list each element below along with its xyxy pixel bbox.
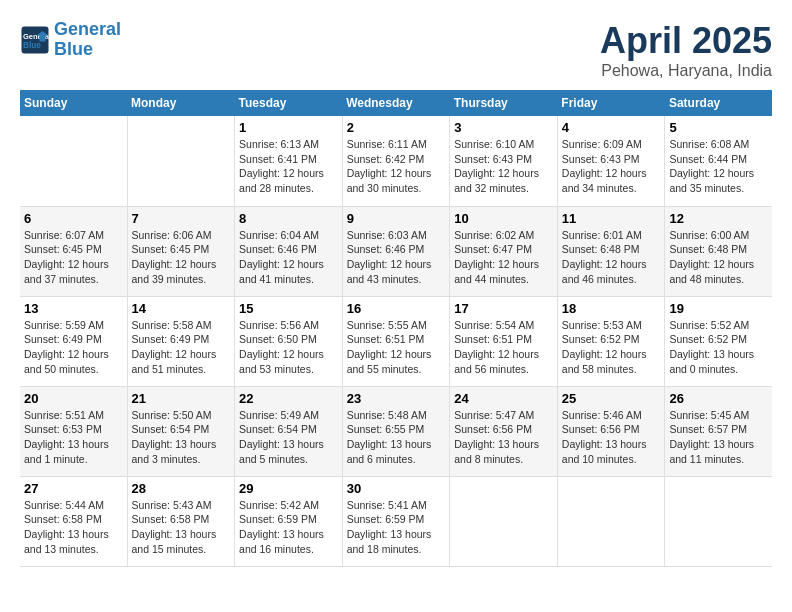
calendar-cell: 2Sunrise: 6:11 AM Sunset: 6:42 PM Daylig…: [342, 116, 450, 206]
weekday-header-wednesday: Wednesday: [342, 90, 450, 116]
calendar-cell: 10Sunrise: 6:02 AM Sunset: 6:47 PM Dayli…: [450, 206, 558, 296]
day-number: 2: [347, 120, 446, 135]
weekday-header-row: SundayMondayTuesdayWednesdayThursdayFrid…: [20, 90, 772, 116]
day-info: Sunrise: 5:50 AM Sunset: 6:54 PM Dayligh…: [132, 408, 231, 467]
logo-icon: General Blue: [20, 25, 50, 55]
day-number: 6: [24, 211, 123, 226]
calendar-cell: 24Sunrise: 5:47 AM Sunset: 6:56 PM Dayli…: [450, 386, 558, 476]
day-number: 20: [24, 391, 123, 406]
calendar-week-row: 13Sunrise: 5:59 AM Sunset: 6:49 PM Dayli…: [20, 296, 772, 386]
day-info: Sunrise: 6:10 AM Sunset: 6:43 PM Dayligh…: [454, 137, 553, 196]
page-header: General Blue General Blue April 2025 Peh…: [20, 20, 772, 80]
calendar-table: SundayMondayTuesdayWednesdayThursdayFrid…: [20, 90, 772, 567]
day-number: 27: [24, 481, 123, 496]
day-number: 9: [347, 211, 446, 226]
day-number: 17: [454, 301, 553, 316]
calendar-cell: 8Sunrise: 6:04 AM Sunset: 6:46 PM Daylig…: [235, 206, 343, 296]
calendar-cell: 12Sunrise: 6:00 AM Sunset: 6:48 PM Dayli…: [665, 206, 772, 296]
day-number: 16: [347, 301, 446, 316]
day-info: Sunrise: 5:49 AM Sunset: 6:54 PM Dayligh…: [239, 408, 338, 467]
day-info: Sunrise: 5:42 AM Sunset: 6:59 PM Dayligh…: [239, 498, 338, 557]
day-number: 7: [132, 211, 231, 226]
calendar-week-row: 1Sunrise: 6:13 AM Sunset: 6:41 PM Daylig…: [20, 116, 772, 206]
weekday-header-monday: Monday: [127, 90, 235, 116]
day-info: Sunrise: 5:41 AM Sunset: 6:59 PM Dayligh…: [347, 498, 446, 557]
calendar-cell: 11Sunrise: 6:01 AM Sunset: 6:48 PM Dayli…: [557, 206, 665, 296]
calendar-cell: 28Sunrise: 5:43 AM Sunset: 6:58 PM Dayli…: [127, 476, 235, 566]
calendar-cell: 18Sunrise: 5:53 AM Sunset: 6:52 PM Dayli…: [557, 296, 665, 386]
day-info: Sunrise: 6:13 AM Sunset: 6:41 PM Dayligh…: [239, 137, 338, 196]
weekday-header-sunday: Sunday: [20, 90, 127, 116]
calendar-cell: [450, 476, 558, 566]
day-number: 18: [562, 301, 661, 316]
calendar-cell: 20Sunrise: 5:51 AM Sunset: 6:53 PM Dayli…: [20, 386, 127, 476]
logo-text: General Blue: [54, 20, 121, 60]
day-info: Sunrise: 6:08 AM Sunset: 6:44 PM Dayligh…: [669, 137, 768, 196]
svg-text:General: General: [23, 31, 50, 40]
weekday-header-saturday: Saturday: [665, 90, 772, 116]
calendar-cell: 25Sunrise: 5:46 AM Sunset: 6:56 PM Dayli…: [557, 386, 665, 476]
day-info: Sunrise: 5:51 AM Sunset: 6:53 PM Dayligh…: [24, 408, 123, 467]
day-number: 30: [347, 481, 446, 496]
calendar-cell: 26Sunrise: 5:45 AM Sunset: 6:57 PM Dayli…: [665, 386, 772, 476]
calendar-cell: 5Sunrise: 6:08 AM Sunset: 6:44 PM Daylig…: [665, 116, 772, 206]
day-info: Sunrise: 5:48 AM Sunset: 6:55 PM Dayligh…: [347, 408, 446, 467]
page-title: April 2025: [600, 20, 772, 62]
calendar-cell: 27Sunrise: 5:44 AM Sunset: 6:58 PM Dayli…: [20, 476, 127, 566]
calendar-cell: 1Sunrise: 6:13 AM Sunset: 6:41 PM Daylig…: [235, 116, 343, 206]
calendar-cell: 6Sunrise: 6:07 AM Sunset: 6:45 PM Daylig…: [20, 206, 127, 296]
day-number: 5: [669, 120, 768, 135]
day-number: 22: [239, 391, 338, 406]
calendar-cell: 13Sunrise: 5:59 AM Sunset: 6:49 PM Dayli…: [20, 296, 127, 386]
logo: General Blue General Blue: [20, 20, 121, 60]
day-number: 13: [24, 301, 123, 316]
day-info: Sunrise: 6:09 AM Sunset: 6:43 PM Dayligh…: [562, 137, 661, 196]
page-subtitle: Pehowa, Haryana, India: [600, 62, 772, 80]
day-number: 8: [239, 211, 338, 226]
day-info: Sunrise: 6:11 AM Sunset: 6:42 PM Dayligh…: [347, 137, 446, 196]
weekday-header-friday: Friday: [557, 90, 665, 116]
calendar-week-row: 20Sunrise: 5:51 AM Sunset: 6:53 PM Dayli…: [20, 386, 772, 476]
calendar-cell: [557, 476, 665, 566]
logo-line2: Blue: [54, 39, 93, 59]
day-number: 19: [669, 301, 768, 316]
day-info: Sunrise: 5:45 AM Sunset: 6:57 PM Dayligh…: [669, 408, 768, 467]
day-info: Sunrise: 5:56 AM Sunset: 6:50 PM Dayligh…: [239, 318, 338, 377]
day-info: Sunrise: 6:04 AM Sunset: 6:46 PM Dayligh…: [239, 228, 338, 287]
calendar-cell: 4Sunrise: 6:09 AM Sunset: 6:43 PM Daylig…: [557, 116, 665, 206]
calendar-week-row: 6Sunrise: 6:07 AM Sunset: 6:45 PM Daylig…: [20, 206, 772, 296]
day-info: Sunrise: 5:58 AM Sunset: 6:49 PM Dayligh…: [132, 318, 231, 377]
day-info: Sunrise: 5:52 AM Sunset: 6:52 PM Dayligh…: [669, 318, 768, 377]
day-number: 10: [454, 211, 553, 226]
calendar-cell: 16Sunrise: 5:55 AM Sunset: 6:51 PM Dayli…: [342, 296, 450, 386]
day-info: Sunrise: 5:53 AM Sunset: 6:52 PM Dayligh…: [562, 318, 661, 377]
day-number: 24: [454, 391, 553, 406]
day-number: 3: [454, 120, 553, 135]
day-info: Sunrise: 6:02 AM Sunset: 6:47 PM Dayligh…: [454, 228, 553, 287]
day-info: Sunrise: 6:03 AM Sunset: 6:46 PM Dayligh…: [347, 228, 446, 287]
day-number: 14: [132, 301, 231, 316]
calendar-cell: 9Sunrise: 6:03 AM Sunset: 6:46 PM Daylig…: [342, 206, 450, 296]
day-number: 29: [239, 481, 338, 496]
day-info: Sunrise: 5:44 AM Sunset: 6:58 PM Dayligh…: [24, 498, 123, 557]
calendar-cell: 15Sunrise: 5:56 AM Sunset: 6:50 PM Dayli…: [235, 296, 343, 386]
day-number: 4: [562, 120, 661, 135]
calendar-cell: 19Sunrise: 5:52 AM Sunset: 6:52 PM Dayli…: [665, 296, 772, 386]
day-number: 23: [347, 391, 446, 406]
calendar-cell: 22Sunrise: 5:49 AM Sunset: 6:54 PM Dayli…: [235, 386, 343, 476]
svg-text:Blue: Blue: [23, 40, 41, 49]
calendar-cell: 30Sunrise: 5:41 AM Sunset: 6:59 PM Dayli…: [342, 476, 450, 566]
calendar-cell: 23Sunrise: 5:48 AM Sunset: 6:55 PM Dayli…: [342, 386, 450, 476]
calendar-week-row: 27Sunrise: 5:44 AM Sunset: 6:58 PM Dayli…: [20, 476, 772, 566]
weekday-header-tuesday: Tuesday: [235, 90, 343, 116]
day-info: Sunrise: 6:00 AM Sunset: 6:48 PM Dayligh…: [669, 228, 768, 287]
logo-line1: General: [54, 19, 121, 39]
title-block: April 2025 Pehowa, Haryana, India: [600, 20, 772, 80]
calendar-cell: [665, 476, 772, 566]
day-number: 12: [669, 211, 768, 226]
day-number: 1: [239, 120, 338, 135]
day-number: 28: [132, 481, 231, 496]
day-info: Sunrise: 6:06 AM Sunset: 6:45 PM Dayligh…: [132, 228, 231, 287]
day-number: 25: [562, 391, 661, 406]
calendar-cell: [127, 116, 235, 206]
